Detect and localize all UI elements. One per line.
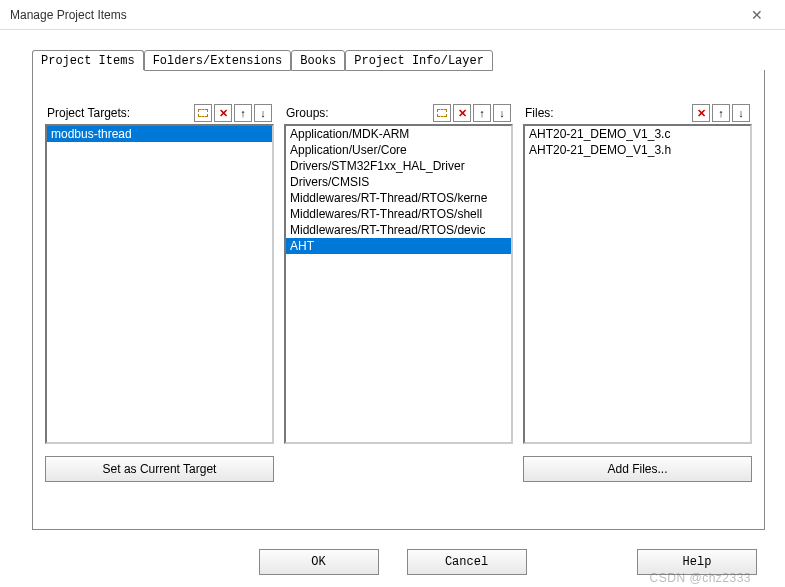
arrow-down-icon: ↓ xyxy=(738,107,744,119)
targets-delete-button[interactable]: ✕ xyxy=(214,104,232,122)
column-targets: Project Targets: ✕ ↑ ↓ modbus-thread Set… xyxy=(45,102,274,482)
delete-x-icon: ✕ xyxy=(697,107,706,120)
add-files-button[interactable]: Add Files... xyxy=(523,456,752,482)
arrow-up-icon: ↑ xyxy=(718,107,724,119)
tab-panel: Project Targets: ✕ ↑ ↓ modbus-thread Set… xyxy=(32,70,765,530)
groups-toolbar: ✕ ↑ ↓ xyxy=(433,104,511,122)
files-move-down-button[interactable]: ↓ xyxy=(732,104,750,122)
files-delete-button[interactable]: ✕ xyxy=(692,104,710,122)
groups-new-button[interactable] xyxy=(433,104,451,122)
list-item[interactable]: Drivers/CMSIS xyxy=(286,174,511,190)
close-icon: ✕ xyxy=(751,7,763,23)
list-item[interactable]: modbus-thread xyxy=(47,126,272,142)
groups-move-up-button[interactable]: ↑ xyxy=(473,104,491,122)
arrow-down-icon: ↓ xyxy=(499,107,505,119)
list-item[interactable]: Application/User/Core xyxy=(286,142,511,158)
titlebar: Manage Project Items ✕ xyxy=(0,0,785,30)
groups-label: Groups: xyxy=(286,106,329,120)
targets-listbox[interactable]: modbus-thread xyxy=(45,124,274,444)
files-listbox[interactable]: AHT20-21_DEMO_V1_3.c AHT20-21_DEMO_V1_3.… xyxy=(523,124,752,444)
watermark: CSDN @chz2333 xyxy=(650,571,751,585)
targets-header: Project Targets: ✕ ↑ ↓ xyxy=(45,102,274,124)
targets-toolbar: ✕ ↑ ↓ xyxy=(194,104,272,122)
spacer xyxy=(284,444,513,482)
ok-button[interactable]: OK xyxy=(259,549,379,575)
delete-x-icon: ✕ xyxy=(219,107,228,120)
cancel-button[interactable]: Cancel xyxy=(407,549,527,575)
files-toolbar: ✕ ↑ ↓ xyxy=(692,104,750,122)
files-move-up-button[interactable]: ↑ xyxy=(712,104,730,122)
column-files: Files: ✕ ↑ ↓ AHT20-21_DEMO_V1_3.c AHT20-… xyxy=(523,102,752,482)
files-label: Files: xyxy=(525,106,554,120)
tab-books[interactable]: Books xyxy=(291,50,345,71)
tab-strip: Project Items Folders/Extensions Books P… xyxy=(32,48,765,70)
window-title: Manage Project Items xyxy=(10,8,127,22)
groups-move-down-button[interactable]: ↓ xyxy=(493,104,511,122)
list-item[interactable]: Application/MDK-ARM xyxy=(286,126,511,142)
files-header: Files: ✕ ↑ ↓ xyxy=(523,102,752,124)
tab-folders-extensions[interactable]: Folders/Extensions xyxy=(144,50,292,71)
list-item[interactable]: AHT20-21_DEMO_V1_3.c xyxy=(525,126,750,142)
set-current-target-button[interactable]: Set as Current Target xyxy=(45,456,274,482)
targets-label: Project Targets: xyxy=(47,106,130,120)
dialog-content: Project Items Folders/Extensions Books P… xyxy=(0,30,785,530)
targets-new-button[interactable] xyxy=(194,104,212,122)
list-item[interactable]: Drivers/STM32F1xx_HAL_Driver xyxy=(286,158,511,174)
tab-project-items[interactable]: Project Items xyxy=(32,50,144,70)
delete-x-icon: ✕ xyxy=(458,107,467,120)
tab-project-info-layer[interactable]: Project Info/Layer xyxy=(345,50,493,71)
arrow-up-icon: ↑ xyxy=(240,107,246,119)
columns: Project Targets: ✕ ↑ ↓ modbus-thread Set… xyxy=(45,102,752,482)
list-item[interactable]: AHT20-21_DEMO_V1_3.h xyxy=(525,142,750,158)
new-icon xyxy=(437,109,447,117)
targets-move-up-button[interactable]: ↑ xyxy=(234,104,252,122)
list-item[interactable]: Middlewares/RT-Thread/RTOS/shell xyxy=(286,206,511,222)
list-item[interactable]: Middlewares/RT-Thread/RTOS/devic xyxy=(286,222,511,238)
arrow-down-icon: ↓ xyxy=(260,107,266,119)
list-item[interactable]: AHT xyxy=(286,238,511,254)
new-icon xyxy=(198,109,208,117)
column-groups: Groups: ✕ ↑ ↓ Application/MDK-ARM Applic… xyxy=(284,102,513,482)
groups-listbox[interactable]: Application/MDK-ARM Application/User/Cor… xyxy=(284,124,513,444)
groups-header: Groups: ✕ ↑ ↓ xyxy=(284,102,513,124)
close-button[interactable]: ✕ xyxy=(737,1,777,29)
groups-delete-button[interactable]: ✕ xyxy=(453,104,471,122)
targets-move-down-button[interactable]: ↓ xyxy=(254,104,272,122)
arrow-up-icon: ↑ xyxy=(479,107,485,119)
list-item[interactable]: Middlewares/RT-Thread/RTOS/kerne xyxy=(286,190,511,206)
